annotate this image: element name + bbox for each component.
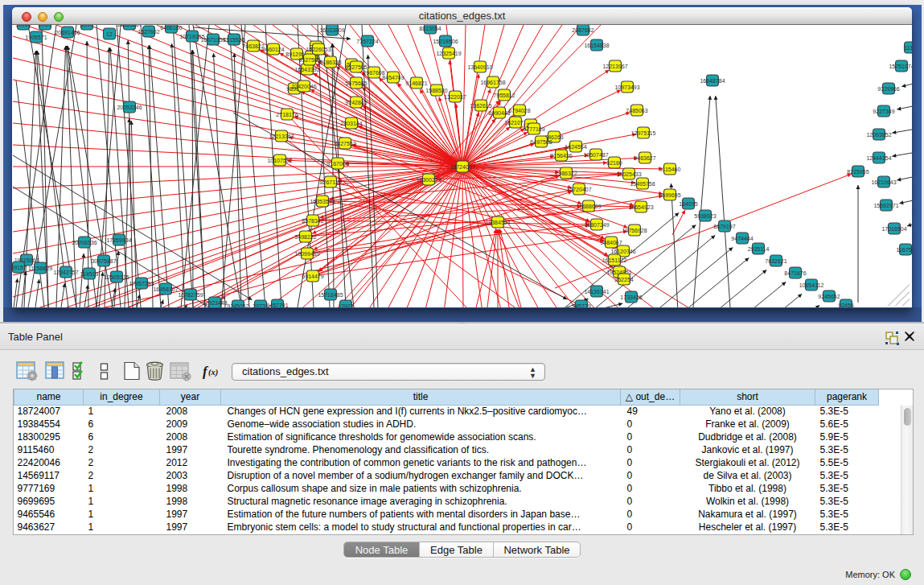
svg-text:95160: 95160 bbox=[15, 25, 31, 27]
svg-text:9242845: 9242845 bbox=[345, 100, 367, 105]
svg-text:9777169: 9777169 bbox=[523, 126, 544, 132]
svg-text:16958107: 16958107 bbox=[153, 286, 178, 292]
svg-text:8990448: 8990448 bbox=[488, 110, 510, 116]
svg-text:15751074: 15751074 bbox=[889, 64, 912, 69]
svg-text:114519: 114519 bbox=[80, 271, 99, 277]
svg-text:16151172: 16151172 bbox=[602, 257, 627, 263]
svg-text:15495758: 15495758 bbox=[630, 181, 655, 187]
svg-text:9457791: 9457791 bbox=[266, 303, 288, 308]
svg-text:16120746: 16120746 bbox=[610, 249, 635, 254]
svg-text:18724007: 18724007 bbox=[450, 164, 474, 170]
svg-text:9167006: 9167006 bbox=[326, 161, 348, 167]
svg-text:8813054: 8813054 bbox=[419, 26, 441, 31]
svg-text:1733426: 1733426 bbox=[620, 295, 642, 300]
svg-text:19654923: 19654923 bbox=[628, 204, 653, 210]
svg-text:2935114: 2935114 bbox=[748, 246, 770, 252]
svg-text:1117: 1117 bbox=[905, 45, 912, 51]
svg-text:9115460: 9115460 bbox=[659, 167, 681, 172]
svg-text:2087682: 2087682 bbox=[572, 27, 593, 33]
svg-text:8267110: 8267110 bbox=[320, 179, 342, 185]
svg-text:8454749: 8454749 bbox=[382, 75, 404, 80]
svg-text:8578342: 8578342 bbox=[302, 218, 323, 224]
svg-text:10507487: 10507487 bbox=[583, 152, 608, 158]
svg-text:7632621: 7632621 bbox=[765, 258, 786, 264]
svg-text:10688609: 10688609 bbox=[576, 204, 601, 209]
svg-text:12444154: 12444154 bbox=[866, 155, 891, 161]
svg-text:8471676: 8471676 bbox=[784, 270, 806, 276]
svg-text:5675685: 5675685 bbox=[345, 80, 367, 86]
svg-text:7357224: 7357224 bbox=[356, 39, 378, 44]
svg-text:19384554: 19384554 bbox=[485, 220, 510, 225]
svg-text:8215955: 8215955 bbox=[847, 169, 869, 175]
svg-text:9084067: 9084067 bbox=[600, 240, 622, 245]
svg-text:19300273: 19300273 bbox=[416, 177, 441, 183]
svg-text:10654112: 10654112 bbox=[799, 282, 824, 288]
svg-text:16648784: 16648784 bbox=[700, 78, 725, 84]
svg-text:2803144: 2803144 bbox=[340, 121, 362, 126]
svg-text:9699695: 9699695 bbox=[659, 192, 680, 198]
svg-text:9227349: 9227349 bbox=[873, 109, 894, 114]
svg-text:12093852: 12093852 bbox=[866, 132, 891, 138]
svg-text:10853267: 10853267 bbox=[117, 25, 142, 27]
svg-text:6914479: 6914479 bbox=[302, 274, 323, 279]
svg-text:12325419: 12325419 bbox=[436, 51, 461, 56]
svg-text:17957253: 17957253 bbox=[129, 281, 154, 286]
svg-text:5938923: 5938923 bbox=[694, 213, 716, 219]
svg-text:15716485: 15716485 bbox=[318, 292, 343, 298]
svg-text:10756928: 10756928 bbox=[622, 228, 647, 233]
svg-text:1621072: 1621072 bbox=[504, 120, 526, 126]
svg-text:12213363: 12213363 bbox=[269, 134, 294, 139]
svg-text:12: 12 bbox=[106, 31, 113, 37]
svg-text:15218506: 15218506 bbox=[433, 39, 458, 44]
svg-text:7485063: 7485063 bbox=[626, 108, 647, 113]
svg-text:39157: 39157 bbox=[12, 265, 27, 270]
svg-text:16210643: 16210643 bbox=[871, 179, 896, 185]
svg-text:6794028: 6794028 bbox=[508, 108, 530, 113]
svg-text:(x): (x) bbox=[208, 368, 218, 377]
svg-text:10107552: 10107552 bbox=[267, 158, 292, 163]
svg-text:7515526: 7515526 bbox=[223, 37, 244, 43]
svg-text:9329966: 9329966 bbox=[877, 86, 899, 92]
svg-text:22420046: 22420046 bbox=[291, 84, 316, 89]
svg-text:9245652: 9245652 bbox=[818, 294, 840, 299]
svg-text:10099489: 10099489 bbox=[294, 251, 319, 257]
svg-text:12923: 12923 bbox=[338, 303, 354, 308]
svg-text:16671355: 16671355 bbox=[200, 37, 225, 43]
svg-text:92456: 92456 bbox=[838, 303, 854, 308]
svg-text:20053346: 20053346 bbox=[117, 105, 142, 110]
svg-text:2069: 2069 bbox=[39, 25, 51, 27]
svg-text:16033809: 16033809 bbox=[319, 27, 344, 33]
svg-text:13640910: 13640910 bbox=[467, 64, 492, 70]
svg-text:252254: 252254 bbox=[614, 277, 633, 282]
svg-text:12505135: 12505135 bbox=[104, 274, 129, 280]
svg-text:18807249: 18807249 bbox=[584, 222, 609, 228]
svg-text:17016504: 17016504 bbox=[881, 226, 906, 232]
svg-text:9527505: 9527505 bbox=[298, 57, 320, 63]
svg-text:1322037: 1322037 bbox=[444, 94, 466, 100]
svg-text:1624554: 1624554 bbox=[565, 144, 586, 150]
svg-text:30975887: 30975887 bbox=[91, 258, 116, 264]
svg-text:1588520: 1588520 bbox=[425, 88, 447, 93]
svg-text:9660124: 9660124 bbox=[262, 47, 284, 52]
svg-text:15692971: 15692971 bbox=[873, 203, 898, 208]
svg-text:7955812: 7955812 bbox=[493, 93, 515, 98]
svg-text:11156829: 11156829 bbox=[28, 266, 52, 271]
svg-text:9146821: 9146821 bbox=[405, 80, 427, 86]
svg-text:1905571: 1905571 bbox=[25, 35, 47, 40]
svg-text:1362615: 1362615 bbox=[470, 103, 491, 109]
svg-text:20691406: 20691406 bbox=[55, 30, 80, 35]
svg-text:15226053: 15226053 bbox=[306, 47, 331, 52]
svg-text:1090: 1090 bbox=[80, 25, 93, 27]
svg-text:20206536: 20206536 bbox=[72, 240, 97, 245]
svg-text:10973493: 10973493 bbox=[614, 84, 639, 90]
svg-text:7663822: 7663822 bbox=[242, 43, 264, 49]
svg-text:12213967: 12213967 bbox=[602, 64, 627, 69]
svg-text:6679197: 6679197 bbox=[713, 224, 735, 229]
svg-text:10025433: 10025433 bbox=[616, 171, 641, 177]
svg-text:14136141: 14136141 bbox=[584, 289, 609, 295]
svg-text:3498222: 3498222 bbox=[294, 234, 316, 240]
svg-text:9245052: 9245052 bbox=[227, 303, 248, 308]
svg-text:164095: 164095 bbox=[679, 201, 697, 207]
svg-text:12975115: 12975115 bbox=[631, 130, 656, 136]
svg-text:8427552: 8427552 bbox=[334, 141, 355, 146]
